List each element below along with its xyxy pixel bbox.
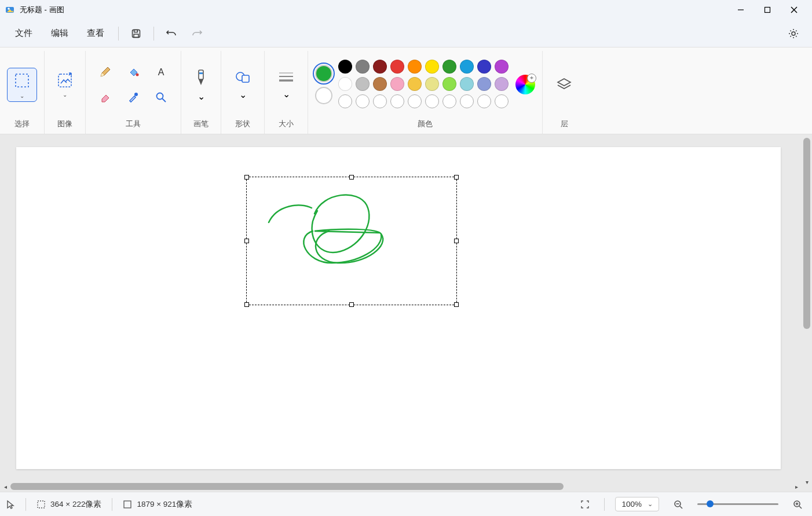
pencil-tool[interactable] — [93, 60, 118, 83]
resize-handle-ne[interactable] — [454, 175, 459, 180]
eraser-tool[interactable] — [93, 86, 118, 109]
color-swatch[interactable] — [373, 77, 387, 91]
selection-rectangle[interactable] — [246, 177, 457, 305]
resize-handle-nw[interactable] — [244, 175, 249, 180]
group-label-color: 颜色 — [418, 116, 433, 130]
vscroll-thumb[interactable] — [803, 138, 810, 329]
svg-rect-20 — [242, 75, 249, 82]
horizontal-scrollbar[interactable]: ◂ ▸ — [1, 482, 800, 491]
chevron-down-icon: ⌄ — [283, 89, 290, 100]
text-tool[interactable]: A — [148, 60, 174, 83]
drawing-canvas[interactable] — [16, 147, 781, 469]
color-swatch-empty[interactable] — [460, 94, 474, 108]
svg-rect-17 — [199, 70, 203, 79]
resize-handle-n[interactable] — [349, 175, 354, 180]
eyedropper-tool[interactable] — [120, 86, 146, 109]
color-swatch-empty[interactable] — [408, 94, 422, 108]
window-title: 无标题 - 画图 — [20, 5, 64, 15]
menu-file[interactable]: 文件 — [7, 24, 41, 42]
color-swatch[interactable] — [356, 60, 370, 74]
color-swatch-empty[interactable] — [442, 94, 456, 108]
resize-handle-e[interactable] — [454, 239, 459, 243]
save-button[interactable] — [125, 24, 148, 43]
primary-color-swatch[interactable] — [315, 65, 332, 82]
color-swatch-empty[interactable] — [338, 94, 352, 108]
brush-tool[interactable]: ⌄ — [188, 64, 214, 105]
menu-view[interactable]: 查看 — [79, 24, 112, 42]
color-swatch-empty[interactable] — [477, 94, 491, 108]
zoom-in-button[interactable] — [789, 496, 806, 513]
size-tool[interactable]: ⌄ — [272, 67, 301, 103]
svg-point-15 — [157, 93, 163, 100]
close-button[interactable] — [781, 0, 807, 20]
color-swatch[interactable] — [338, 77, 352, 91]
zoom-value: 100% — [621, 500, 642, 508]
resize-handle-s[interactable] — [349, 302, 354, 307]
vertical-scrollbar[interactable]: ▾ — [803, 138, 811, 477]
color-swatch[interactable] — [442, 60, 456, 74]
group-image: ⌄ 图像 — [45, 51, 86, 134]
canvas-size: 1879 × 921像素 — [123, 499, 192, 510]
color-swatch[interactable] — [425, 60, 439, 74]
color-swatch[interactable] — [408, 60, 422, 74]
color-swatch[interactable] — [477, 77, 491, 91]
selection-size-value: 364 × 222像素 — [50, 499, 101, 510]
color-swatch[interactable] — [442, 77, 456, 91]
zoom-slider[interactable] — [697, 503, 778, 505]
settings-button[interactable] — [782, 24, 805, 43]
menu-bar: 文件 编辑 查看 — [0, 20, 812, 47]
hscroll-thumb[interactable] — [10, 483, 564, 490]
secondary-color-swatch[interactable] — [315, 87, 332, 104]
color-swatch[interactable] — [390, 60, 404, 74]
resize-handle-sw[interactable] — [244, 302, 249, 307]
resize-handle-w[interactable] — [244, 239, 249, 243]
color-swatch[interactable] — [338, 60, 352, 74]
menu-edit[interactable]: 编辑 — [43, 24, 76, 42]
canvas-size-value: 1879 × 921像素 — [137, 499, 192, 510]
color-swatch-empty[interactable] — [425, 94, 439, 108]
redo-button[interactable] — [185, 24, 209, 43]
color-swatch-empty[interactable] — [373, 94, 387, 108]
color-swatch[interactable] — [477, 60, 491, 74]
select-tool[interactable]: ⌄ — [7, 68, 37, 102]
zoom-out-button[interactable] — [670, 496, 687, 513]
image-tool[interactable]: ⌄ — [52, 69, 78, 100]
color-swatch-empty[interactable] — [390, 94, 404, 108]
color-swatch[interactable] — [425, 77, 439, 91]
svg-line-16 — [162, 98, 166, 102]
svg-line-30 — [799, 506, 802, 508]
color-picker-button[interactable] — [515, 75, 535, 94]
svg-rect-18 — [199, 72, 203, 74]
zoom-slider-knob[interactable] — [707, 500, 714, 507]
group-label-size: 大小 — [279, 116, 294, 130]
color-swatch[interactable] — [356, 77, 370, 91]
color-swatch[interactable] — [390, 77, 404, 91]
color-swatch[interactable] — [495, 60, 509, 74]
zoom-combobox[interactable]: 100% ⌄ — [615, 497, 659, 511]
color-swatch[interactable] — [460, 77, 474, 91]
fill-tool[interactable] — [120, 60, 146, 83]
hscroll-right-arrow[interactable]: ▸ — [792, 482, 800, 491]
layers-button[interactable] — [550, 72, 579, 97]
magnifier-tool[interactable] — [148, 86, 174, 109]
vscroll-down-arrow[interactable]: ▾ — [803, 478, 811, 486]
color-swatch-empty[interactable] — [356, 94, 370, 108]
shape-tool[interactable]: ⌄ — [228, 66, 257, 104]
svg-point-12 — [136, 74, 139, 76]
color-swatch[interactable] — [495, 77, 509, 91]
resize-handle-se[interactable] — [454, 302, 459, 307]
group-label-layer: 层 — [561, 116, 568, 130]
color-swatch-empty[interactable] — [495, 94, 509, 108]
maximize-button[interactable] — [754, 0, 781, 20]
group-label-tools: 工具 — [126, 116, 141, 130]
color-swatch[interactable] — [460, 60, 474, 74]
separator — [112, 498, 112, 511]
minimize-button[interactable] — [727, 0, 754, 20]
undo-button[interactable] — [160, 24, 183, 43]
hscroll-left-arrow[interactable]: ◂ — [1, 482, 9, 491]
color-swatch[interactable] — [408, 77, 422, 91]
color-swatch[interactable] — [373, 60, 387, 74]
group-shape: ⌄ 形状 — [221, 51, 265, 134]
fit-to-window-button[interactable] — [576, 496, 594, 513]
chevron-down-icon: ⌄ — [648, 500, 653, 508]
